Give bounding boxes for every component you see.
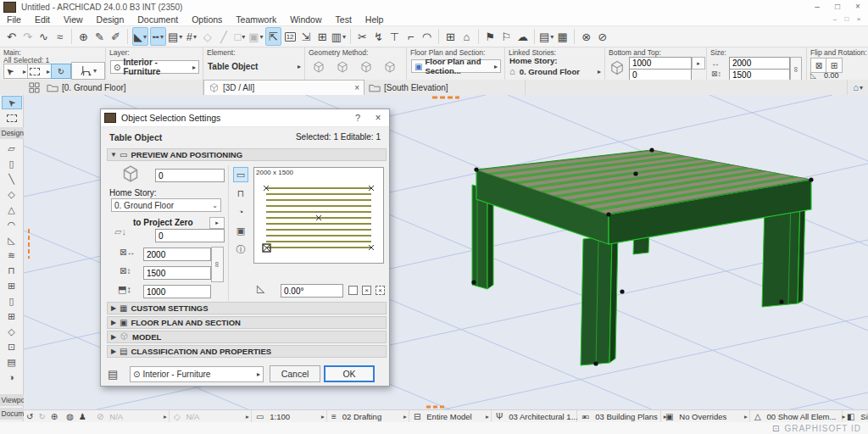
skylight-tool[interactable]: ◇	[2, 325, 22, 338]
ok-button[interactable]: OK	[324, 365, 375, 382]
flag-icon[interactable]: ⚑	[483, 28, 498, 45]
help-button[interactable]: ?	[348, 113, 367, 123]
morph-tool[interactable]: ◺	[2, 233, 22, 247]
grid-snap-icon[interactable]: #▾	[184, 28, 198, 45]
3d-viewport[interactable]: Object Selection Settings ? × Table Obje…	[24, 95, 868, 410]
preview-window-icon[interactable]: ▣	[233, 223, 248, 238]
renovation-save-icon[interactable]: ▦	[555, 28, 570, 45]
camera-icon[interactable]: ◍	[66, 412, 74, 421]
menu-options[interactable]: Options	[185, 14, 229, 25]
home-story-selector[interactable]: ⌂ 0. Ground Floor ▸	[509, 66, 601, 76]
menu-document[interactable]: Document	[131, 14, 185, 25]
pick-up-parameters-icon[interactable]: ✎	[92, 28, 107, 45]
gravity-icon[interactable]: ╱	[216, 28, 231, 45]
adjust-curve2-icon[interactable]: ≈	[53, 28, 67, 45]
door-tool[interactable]: ▯	[2, 294, 22, 308]
preview-info-icon[interactable]: ⓘ	[233, 242, 248, 257]
menu-test[interactable]: Test	[329, 14, 359, 25]
quick-renovation-selector[interactable]: △ 00 Show All Elem...▸	[750, 410, 843, 423]
dialog-title-bar[interactable]: Object Selection Settings ? ×	[101, 109, 389, 127]
geometry-cube-1-icon[interactable]	[312, 60, 326, 74]
elevation-icon[interactable]: ⊤	[387, 28, 402, 45]
menu-edit[interactable]: Edit	[28, 14, 57, 25]
cloud-sync-icon[interactable]: ☁	[515, 28, 530, 45]
menu-file[interactable]: File	[0, 14, 28, 25]
hotspot-toggle-1[interactable]: ×	[362, 286, 371, 295]
preview-3d-icon[interactable]: ◔	[233, 204, 248, 220]
marquee-mode-button[interactable]: ▸	[27, 64, 53, 79]
preview-2d-icon[interactable]: ▭	[233, 167, 248, 182]
toolbox-group-design[interactable]: Design	[0, 127, 24, 139]
child-minimize-button[interactable]: –	[829, 15, 841, 25]
width-input[interactable]	[143, 248, 211, 261]
quick-scale-selector[interactable]: ▭ 1:100▸	[252, 410, 327, 423]
child-restore-button[interactable]: □	[841, 15, 853, 25]
current-tool-button[interactable]: ▾	[71, 62, 105, 80]
minimize-button[interactable]: –	[807, 1, 827, 14]
editing-plane-icon[interactable]: ◇	[200, 28, 214, 45]
reference-flyout-button[interactable]: ▸	[209, 217, 225, 229]
dimension-chain-icon[interactable]: ∞	[211, 247, 224, 282]
filter-elements-icon[interactable]: ▥▾	[331, 28, 346, 45]
toolbox-group-document[interactable]: Docume	[0, 408, 24, 420]
snap-guides-icon[interactable]: ╍▾	[150, 27, 166, 46]
lamp-tool[interactable]: ◑	[2, 370, 22, 384]
stretch-icon[interactable]: ⇲	[299, 28, 314, 45]
guide-lines-icon[interactable]: ◣▾	[132, 27, 148, 46]
height-input[interactable]	[143, 285, 211, 298]
link2-icon[interactable]: ⊘	[595, 28, 609, 45]
quad-view-icon[interactable]	[25, 80, 42, 95]
opening-tool[interactable]: ⊡	[2, 340, 22, 353]
home-view-icon[interactable]: ⌂	[459, 28, 474, 45]
top-elevation-input[interactable]	[629, 57, 692, 70]
wall-tool[interactable]: ▱	[2, 142, 22, 155]
quick-orientation-selector[interactable]: ◇ N/A▸	[170, 410, 252, 423]
depth-input[interactable]	[143, 266, 211, 280]
maximize-button[interactable]: □	[827, 1, 848, 14]
marquee-grid-icon[interactable]: ⊞	[315, 28, 330, 45]
corner-icon[interactable]: ⌐	[403, 28, 418, 45]
menu-window[interactable]: Window	[283, 14, 328, 25]
column-tool[interactable]: ▯	[2, 157, 22, 170]
new-window-icon[interactable]: ⊞	[443, 28, 458, 45]
window-tool[interactable]: ⊞	[2, 309, 22, 323]
flag-copy-icon[interactable]: ⚐	[499, 28, 514, 45]
adjust-curve-icon[interactable]: ∿	[36, 28, 51, 45]
slab-tool[interactable]: ◇	[2, 187, 22, 201]
dialog-close-button[interactable]: ×	[367, 112, 389, 124]
hotspot-toggle-2[interactable]: ×	[376, 286, 385, 295]
layer-combo[interactable]: ⊙ Interior - Furniture ▸	[110, 60, 199, 74]
section-custom-settings[interactable]: ▶ ▦ CUSTOM SETTINGS	[107, 302, 387, 314]
child-close-button[interactable]: ×	[853, 15, 865, 25]
section-floor-plan[interactable]: ▶ ▣ FLOOR PLAN AND SECTION	[107, 316, 387, 329]
quick-layer-combination-selector[interactable]: ≡ 02 Drafting▸	[327, 410, 409, 423]
object-tool[interactable]: ▤	[2, 355, 22, 369]
dialog-layer-combo[interactable]: ⊙ Interior - Furniture ▸	[130, 366, 264, 382]
menu-teamwork[interactable]: Teamwork	[229, 14, 283, 25]
geometry-cube-3-icon[interactable]	[359, 60, 373, 74]
quick-dimension-selector[interactable]: ▭ 03 Building Plans▸	[577, 410, 661, 423]
tab-close-icon[interactable]: ×	[354, 83, 359, 92]
window-panes-icon[interactable]: ⊡	[772, 424, 779, 433]
geometry-cube-4-icon[interactable]	[383, 60, 397, 74]
floorplan-display-button[interactable]: ▣ Floor Plan and Section... ▸	[411, 59, 501, 73]
quick-override-selector[interactable]: ▣ No Overrides▸	[661, 410, 750, 423]
bottom-offset-input[interactable]	[155, 229, 225, 242]
tab-3d-all[interactable]: [3D / All] ×	[203, 80, 364, 95]
link-icon[interactable]: ⊗	[579, 28, 593, 45]
quick-3d-style-selector[interactable]: ◧ Simple Shading▸	[843, 410, 868, 423]
inject-parameters-icon[interactable]: ✐	[108, 28, 123, 45]
frame-icon[interactable]: □▾	[232, 28, 247, 45]
menu-help[interactable]: Help	[359, 14, 391, 25]
fillet-icon[interactable]: ◠	[420, 28, 434, 45]
quick-zoom-selector[interactable]: ⊘ N/A▸	[92, 410, 170, 423]
size-width-input[interactable]	[729, 57, 790, 70]
favorites-icon[interactable]: ▤▾	[168, 28, 182, 45]
roof-tool[interactable]: △	[2, 203, 22, 216]
close-button[interactable]: ×	[848, 1, 868, 14]
next-view-icon[interactable]: ↻	[38, 412, 45, 421]
zoom-icon[interactable]: ⊕	[51, 412, 58, 421]
walk-mode-icon[interactable]: ♟	[79, 412, 86, 421]
toolbox-group-viewpoint[interactable]: Viewpoi	[0, 394, 24, 406]
undo-icon[interactable]: ↶	[4, 28, 19, 45]
